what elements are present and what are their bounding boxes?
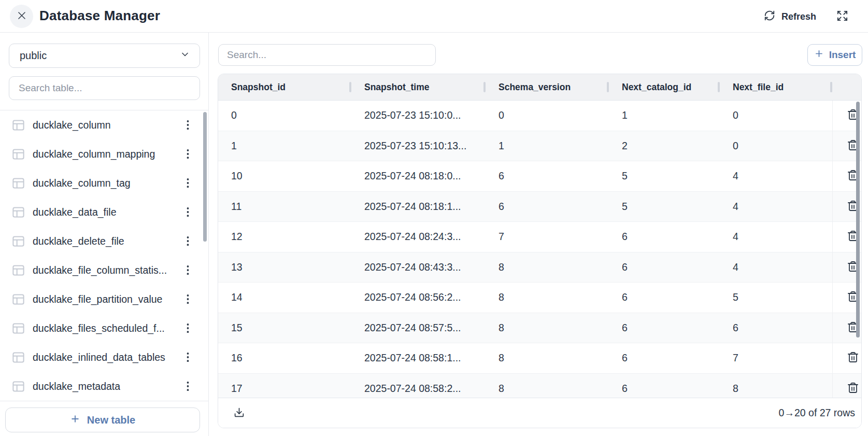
table-icon — [11, 205, 25, 219]
cell-next_catalog_id: 1 — [609, 101, 720, 131]
table-row: 152025-07-24 08:57:5...866 — [218, 313, 861, 344]
kebab-menu-icon[interactable] — [180, 378, 195, 395]
trash-icon — [847, 351, 859, 365]
kebab-menu-icon[interactable] — [180, 291, 195, 307]
table-header-row: Snapshot_idSnapshot_timeSchema_versionNe… — [218, 74, 861, 101]
table-row: 12025-07-23 15:10:13...120 — [218, 131, 861, 162]
sidebar-item-table[interactable]: ducklake_column — [0, 110, 209, 139]
cell-schema_version: 8 — [486, 283, 609, 313]
close-button[interactable] — [10, 5, 33, 28]
refresh-label: Refresh — [781, 11, 816, 22]
table-name: ducklake_delete_file — [33, 235, 124, 247]
cell-next_catalog_id: 6 — [609, 313, 720, 343]
table-icon — [11, 263, 25, 277]
plus-icon — [814, 49, 824, 61]
cell-schema_version: 6 — [486, 192, 609, 222]
cell-next_catalog_id: 6 — [609, 283, 720, 313]
kebab-menu-icon[interactable] — [180, 320, 195, 336]
table-name: ducklake_column_mapping — [33, 148, 155, 160]
table-row: 132025-07-24 08:43:3...864 — [218, 252, 861, 283]
search-input[interactable] — [218, 44, 436, 66]
cell-schema_version: 6 — [486, 161, 609, 191]
table-icon — [11, 234, 25, 248]
column-header-next_file_id: Next_file_id — [720, 74, 832, 100]
table-name: ducklake_inlined_data_tables — [33, 351, 165, 363]
table-scrollbar[interactable] — [856, 102, 860, 337]
cell-snapshot_id: 11 — [218, 192, 351, 222]
kebab-menu-icon[interactable] — [180, 175, 195, 191]
fullscreen-button[interactable] — [832, 7, 852, 26]
table-name: ducklake_column_tag — [33, 177, 131, 189]
kebab-menu-icon[interactable] — [180, 262, 195, 278]
cell-snapshot_id: 0 — [218, 101, 351, 131]
column-header-actions — [832, 74, 862, 100]
new-table-label: New table — [87, 414, 135, 426]
download-button[interactable] — [232, 405, 247, 421]
column-header-snapshot_id: Snapshot_id — [218, 74, 351, 100]
cell-next_file_id: 0 — [720, 131, 832, 161]
page-title: Database Manager — [39, 8, 160, 24]
kebab-menu-icon[interactable] — [180, 146, 195, 162]
top-bar: Database Manager Refresh — [0, 0, 868, 33]
sidebar-item-table[interactable]: ducklake_file_partition_value — [0, 285, 209, 314]
cell-snapshot_id: 16 — [218, 343, 351, 373]
kebab-menu-icon[interactable] — [180, 349, 195, 365]
table-row: 112025-07-24 08:18:1...654 — [218, 192, 861, 222]
cell-snapshot_time: 2025-07-24 08:24:3... — [351, 222, 486, 252]
cell-next_catalog_id: 5 — [609, 192, 720, 222]
table-footer: 0→20 of 27 rows — [218, 398, 861, 428]
sidebar-scrollbar[interactable] — [203, 112, 207, 242]
sidebar-item-table[interactable]: ducklake_file_column_statis... — [0, 256, 209, 285]
plus-icon — [70, 414, 80, 427]
sidebar-item-table[interactable]: ducklake_column_mapping — [0, 139, 209, 168]
table-search-input[interactable] — [9, 76, 200, 100]
cell-snapshot_time: 2025-07-23 15:10:13... — [351, 131, 486, 161]
cell-next_catalog_id: 6 — [609, 343, 720, 373]
cell-schema_version: 0 — [486, 101, 609, 131]
table-row: 122025-07-24 08:24:3...764 — [218, 222, 861, 252]
table-icon — [11, 176, 25, 190]
cell-next_file_id: 7 — [720, 343, 832, 373]
cell-snapshot_time: 2025-07-23 15:10:0... — [351, 101, 486, 131]
close-icon — [16, 9, 28, 23]
cell-next_file_id: 5 — [720, 283, 832, 313]
sidebar-item-table[interactable]: ducklake_files_scheduled_f... — [0, 314, 209, 343]
schema-select[interactable]: public — [9, 44, 200, 68]
cell-next_catalog_id: 5 — [609, 161, 720, 191]
refresh-button[interactable]: Refresh — [762, 7, 818, 26]
sidebar-item-table[interactable]: ducklake_data_file — [0, 198, 209, 227]
table-body: 02025-07-23 15:10:0...01012025-07-23 15:… — [218, 101, 861, 403]
sidebar-bottom-divider — [0, 401, 209, 401]
kebab-menu-icon[interactable] — [180, 117, 195, 133]
cell-snapshot_time: 2025-07-24 08:43:3... — [351, 252, 486, 283]
kebab-menu-icon[interactable] — [180, 233, 195, 249]
sidebar-item-table[interactable]: ducklake_column_tag — [0, 168, 209, 198]
sidebar-item-table[interactable]: ducklake_delete_file — [0, 227, 209, 256]
table-icon — [11, 118, 25, 132]
column-header-next_catalog_id: Next_catalog_id — [609, 74, 720, 100]
data-table: Snapshot_idSnapshot_timeSchema_versionNe… — [218, 74, 862, 428]
cell-next_file_id: 4 — [720, 161, 832, 191]
main-panel: Insert Snapshot_idSnapshot_timeSchema_ve… — [209, 33, 868, 436]
cell-snapshot_time: 2025-07-24 08:18:0... — [351, 161, 486, 191]
refresh-icon — [764, 10, 775, 24]
cell-actions — [832, 343, 862, 373]
chevron-down-icon — [180, 49, 190, 62]
delete-row-button[interactable] — [844, 378, 862, 399]
sidebar-item-table[interactable]: ducklake_inlined_data_tables — [0, 343, 209, 372]
cell-snapshot_id: 13 — [218, 252, 351, 283]
cell-snapshot_id: 1 — [218, 131, 351, 161]
delete-row-button[interactable] — [844, 348, 862, 368]
new-table-button[interactable]: New table — [5, 407, 200, 432]
kebab-menu-icon[interactable] — [180, 204, 195, 220]
download-icon — [234, 407, 245, 419]
sidebar-item-table[interactable]: ducklake_metadata — [0, 372, 209, 401]
rows-count-info: 0→20 of 27 rows — [779, 407, 855, 419]
cell-next_file_id: 6 — [720, 313, 832, 343]
cell-next_file_id: 4 — [720, 252, 832, 283]
insert-button[interactable]: Insert — [807, 44, 862, 66]
cell-next_catalog_id: 6 — [609, 222, 720, 252]
table-name: ducklake_data_file — [33, 206, 117, 218]
cell-snapshot_time: 2025-07-24 08:18:1... — [351, 192, 486, 222]
table-name: ducklake_file_column_statis... — [33, 264, 167, 276]
